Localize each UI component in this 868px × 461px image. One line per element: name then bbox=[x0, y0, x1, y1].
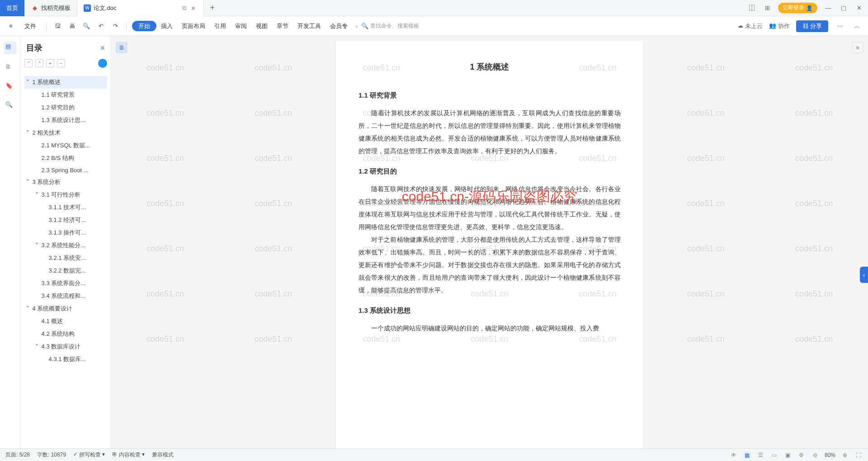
search-icon: 🔍 bbox=[361, 23, 368, 29]
page-icon[interactable]: 🗎 bbox=[5, 63, 15, 73]
menu-0[interactable]: 开始 bbox=[132, 21, 156, 31]
login-button[interactable]: 立即登录👤 bbox=[778, 3, 817, 13]
content-check-button[interactable]: ⛨内容检查▾ bbox=[112, 451, 145, 459]
toolbar: ≡ 文件 🖫 🖶 🔍 ↶ ↷ 开始插入页面布局引用审阅视图章节开发工具会员专 ›… bbox=[0, 16, 868, 36]
document-area[interactable]: 🗎 ≡ 1 系统概述 1.1 研究背景 随着计算机技术的发展以及计算机网络的逐渐… bbox=[111, 36, 868, 448]
remove-heading-icon[interactable]: − bbox=[57, 59, 65, 67]
cloud-status[interactable]: ☁未上云 bbox=[737, 22, 763, 30]
toc-item[interactable]: 2.1 MYSQL 数据... bbox=[24, 139, 107, 152]
add-heading-icon[interactable]: + bbox=[46, 59, 54, 67]
redo-icon[interactable]: ↷ bbox=[110, 21, 121, 32]
share-icon: ⛓ bbox=[802, 23, 808, 29]
spellcheck-button[interactable]: ✓拼写检查▾ bbox=[73, 451, 105, 459]
toc-item[interactable]: 1.2 研究目的 bbox=[24, 101, 107, 114]
close-sidebar-icon[interactable]: ✕ bbox=[100, 44, 105, 52]
menu-5[interactable]: 视图 bbox=[251, 21, 272, 31]
toc-item[interactable]: 1.1 研究背景 bbox=[24, 89, 107, 101]
cloud-icon: ☁ bbox=[737, 22, 743, 30]
zoom-in-icon[interactable]: ⊕ bbox=[841, 451, 849, 459]
compat-mode[interactable]: 兼容模式 bbox=[152, 451, 174, 459]
page-view-icon[interactable]: ▦ bbox=[743, 451, 751, 459]
docer-icon: ◆ bbox=[31, 5, 38, 12]
shield-icon: ⛨ bbox=[112, 451, 118, 459]
chevron-up-icon[interactable]: ︿ bbox=[852, 21, 863, 32]
share-button[interactable]: ⛓分享 bbox=[796, 20, 828, 32]
toc-item[interactable]: ˅ 1 系统概述 bbox=[24, 76, 107, 89]
menu-7[interactable]: 开发工具 bbox=[293, 21, 326, 31]
toc-item[interactable]: 3.3 系统界面分... bbox=[24, 277, 107, 290]
zoom-level[interactable]: 80% bbox=[825, 452, 835, 458]
tab-template[interactable]: ◆ 找稻壳模板 bbox=[25, 0, 77, 16]
add-tab-button[interactable]: + bbox=[204, 3, 222, 13]
toc-item[interactable]: 3.4 系统流程和... bbox=[24, 290, 107, 302]
page-tool-right-icon[interactable]: ≡ bbox=[852, 42, 863, 53]
tab-home[interactable]: 首页 bbox=[0, 0, 25, 16]
toc-item[interactable]: 3.1.3 操作可... bbox=[24, 226, 107, 239]
eye-icon[interactable]: 👁 bbox=[730, 451, 738, 459]
collapse-all-icon[interactable]: ˅ bbox=[24, 59, 33, 67]
apps-icon[interactable]: ⊞ bbox=[763, 5, 772, 11]
window-detach-icon[interactable]: ⧉ bbox=[181, 5, 188, 12]
menu-overflow-icon[interactable]: › bbox=[356, 23, 358, 29]
undo-icon[interactable]: ↶ bbox=[95, 21, 106, 32]
close-window-button[interactable]: ✕ bbox=[854, 5, 863, 11]
zoom-out-icon[interactable]: ⊖ bbox=[811, 451, 819, 459]
menu-2[interactable]: 页面布局 bbox=[177, 21, 210, 31]
toc-item[interactable]: ˅ 3 系统分析 bbox=[24, 176, 107, 188]
save-icon[interactable]: 🖫 bbox=[52, 21, 63, 32]
outline-icon[interactable]: ▤ bbox=[4, 42, 17, 54]
more-icon[interactable]: ⋯ bbox=[835, 21, 845, 32]
toc-item[interactable]: ˅ 3.1 可行性分析 bbox=[24, 188, 107, 201]
outline-tools: ˅ ˄ + − bbox=[24, 55, 107, 71]
outline-sidebar: 目录 ✕ ˅ ˄ + − ˅ 1 系统概述 1.1 研究背景 1.2 研究目的 … bbox=[21, 36, 111, 448]
minimize-button[interactable]: — bbox=[824, 5, 833, 11]
toc-item[interactable]: 3.1.2 经济可... bbox=[24, 214, 107, 226]
command-search[interactable]: 🔍 查找命令、搜索模板 bbox=[361, 22, 419, 30]
menu-8[interactable]: 会员专 bbox=[326, 21, 352, 31]
toc-item[interactable]: 2.2 B/S 结构 bbox=[24, 152, 107, 165]
print-icon[interactable]: 🖶 bbox=[66, 21, 77, 32]
maximize-button[interactable]: ▢ bbox=[839, 5, 848, 11]
menu-6[interactable]: 章节 bbox=[272, 21, 293, 31]
heading-2: 1.1 研究背景 bbox=[359, 89, 621, 102]
expand-all-icon[interactable]: ˄ bbox=[35, 59, 43, 67]
bookmark-icon[interactable]: 🔖 bbox=[5, 82, 15, 92]
statusbar: 页面: 5/28 字数: 10879 ✓拼写检查▾ ⛨内容检查▾ 兼容模式 👁 … bbox=[0, 448, 868, 461]
toc-item[interactable]: 3.1.1 技术可... bbox=[24, 201, 107, 214]
search-panel-icon[interactable]: 🔍 bbox=[5, 101, 15, 111]
toc-item[interactable]: ˅ 4 系统概要设计 bbox=[24, 302, 107, 315]
toc-item[interactable]: 4.3.1 数据库... bbox=[24, 353, 107, 366]
toc-item[interactable]: ˅ 4.3 数据库设计 bbox=[24, 340, 107, 353]
menu-1[interactable]: 插入 bbox=[156, 21, 177, 31]
paragraph: 一个成功的网站应明确建设网站的目的，确定网站的功能，确定网站规模、投入费 bbox=[359, 322, 621, 334]
file-menu[interactable]: 文件 bbox=[20, 20, 41, 32]
sync-icon[interactable] bbox=[98, 59, 107, 68]
page-count[interactable]: 页面: 5/28 bbox=[5, 451, 30, 459]
toc-item[interactable]: 3.2.2 数据完... bbox=[24, 264, 107, 277]
word-count[interactable]: 字数: 10879 bbox=[37, 451, 66, 459]
layout-icon[interactable]: ⿰ bbox=[747, 5, 756, 11]
web-view-icon[interactable]: ▭ bbox=[770, 451, 778, 459]
menu-icon[interactable]: ≡ bbox=[5, 21, 16, 32]
page-tool-left-icon[interactable]: 🗎 bbox=[116, 42, 127, 53]
toc-item[interactable]: 3.2.1 系统安... bbox=[24, 252, 107, 264]
tab-document[interactable]: W 论文.doc ⧉ ✕ bbox=[77, 0, 204, 16]
settings-icon[interactable]: ⚙ bbox=[797, 451, 806, 459]
people-icon: 👥 bbox=[769, 22, 776, 30]
fullscreen-icon[interactable]: ⛶ bbox=[854, 451, 863, 459]
user-icon: 👤 bbox=[806, 5, 813, 11]
toc-item[interactable]: 2.3 Spring Boot ... bbox=[24, 165, 107, 176]
toc-item[interactable]: 4.2 系统结构 bbox=[24, 328, 107, 340]
menu-4[interactable]: 审阅 bbox=[231, 21, 251, 31]
collab-button[interactable]: 👥协作 bbox=[769, 22, 790, 30]
preview-icon[interactable]: 🔍 bbox=[81, 21, 92, 32]
toc-item[interactable]: 4.1 概述 bbox=[24, 315, 107, 328]
menu-3[interactable]: 引用 bbox=[210, 21, 231, 31]
outline-view-icon[interactable]: ☰ bbox=[757, 451, 765, 459]
toc-item[interactable]: ˅ 3.2 系统性能分... bbox=[24, 239, 107, 252]
close-icon[interactable]: ✕ bbox=[191, 5, 197, 11]
toc-item[interactable]: 1.3 系统设计思... bbox=[24, 114, 107, 127]
read-view-icon[interactable]: ▣ bbox=[784, 451, 792, 459]
toc-item[interactable]: ˅ 2 相关技术 bbox=[24, 127, 107, 139]
right-edge-tab[interactable]: ‹ bbox=[860, 267, 868, 283]
